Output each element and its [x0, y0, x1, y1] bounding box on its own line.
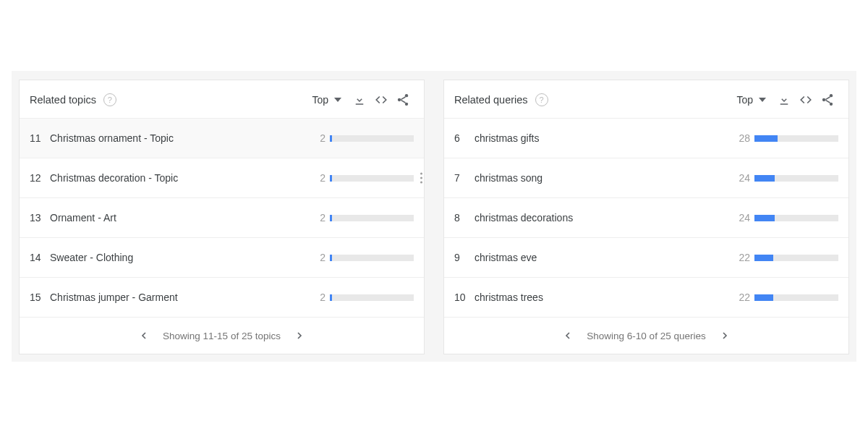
rank: 8 [454, 212, 475, 224]
next-page-button[interactable] [294, 330, 305, 341]
help-icon[interactable]: ? [535, 93, 548, 106]
card-title: Related queries [454, 94, 528, 106]
download-button[interactable] [773, 89, 795, 111]
list-item[interactable]: 15Christmas jumper - Garment2 [20, 278, 424, 318]
item-value: 24 [734, 212, 754, 224]
item-value: 2 [310, 172, 330, 184]
svg-point-2 [405, 103, 408, 106]
rank: 11 [30, 132, 50, 144]
list-item[interactable]: 7christmas song24 [444, 158, 848, 198]
sort-label: Top [736, 94, 753, 106]
related-queries-card: Related queries?Top6christmas gifts287ch… [443, 80, 849, 354]
rank: 9 [454, 252, 475, 263]
item-label: christmas gifts [475, 132, 734, 144]
item-value: 28 [734, 132, 754, 144]
card-header: Related queries?Top [444, 80, 848, 119]
rank: 14 [30, 252, 50, 263]
value-bar [330, 294, 414, 301]
share-button[interactable] [817, 89, 838, 111]
rank: 13 [30, 212, 50, 224]
item-value: 22 [734, 292, 754, 303]
value-bar [754, 215, 838, 221]
list-item[interactable]: 10christmas trees22 [444, 278, 848, 318]
rank: 7 [454, 172, 475, 184]
svg-point-1 [398, 98, 401, 101]
chevron-down-icon [759, 98, 766, 102]
item-label: Ornament - Art [50, 212, 310, 224]
rank: 12 [30, 172, 50, 184]
item-value: 22 [734, 252, 754, 263]
item-label: Sweater - Clothing [50, 252, 310, 263]
value-bar [330, 175, 414, 182]
related-topics-card: Related topics?Top11Christmas ornament -… [19, 80, 425, 354]
card-header: Related topics?Top [20, 80, 424, 119]
list-item[interactable]: 8christmas decorations24 [444, 198, 848, 238]
prev-page-button[interactable] [562, 330, 574, 341]
pager: Showing 6-10 of 25 queries [444, 318, 848, 354]
rank: 15 [30, 292, 50, 303]
card-title: Related topics [30, 94, 96, 106]
list-item[interactable]: 6christmas gifts28 [444, 119, 848, 158]
svg-point-3 [830, 94, 833, 97]
share-button[interactable] [392, 89, 414, 111]
item-label: christmas decorations [475, 212, 734, 224]
item-label: Christmas ornament - Topic [50, 132, 310, 144]
sort-dropdown[interactable]: Top [312, 94, 341, 106]
list-item[interactable]: 12Christmas decoration - Topic2 [20, 158, 424, 198]
item-label: christmas trees [475, 292, 734, 303]
svg-point-0 [405, 94, 408, 97]
value-bar [330, 215, 414, 221]
item-value: 2 [310, 132, 330, 144]
item-label: christmas song [475, 172, 734, 184]
rank: 10 [454, 292, 475, 303]
item-value: 24 [734, 172, 754, 184]
item-label: christmas eve [475, 252, 734, 263]
value-bar [330, 255, 414, 261]
list-item[interactable]: 14Sweater - Clothing2 [20, 238, 424, 278]
help-icon[interactable]: ? [103, 93, 116, 106]
sort-label: Top [312, 94, 328, 106]
value-bar [754, 294, 838, 301]
value-bar [754, 175, 838, 182]
item-label: Christmas jumper - Garment [50, 292, 310, 303]
item-value: 2 [310, 212, 330, 224]
pager: Showing 11-15 of 25 topics [20, 318, 424, 354]
pager-text: Showing 6-10 of 25 queries [587, 331, 705, 341]
list-item[interactable]: 9christmas eve22 [444, 238, 848, 278]
item-label: Christmas decoration - Topic [50, 172, 310, 184]
more-icon[interactable] [420, 173, 422, 184]
prev-page-button[interactable] [138, 330, 150, 341]
download-button[interactable] [349, 89, 370, 111]
next-page-button[interactable] [719, 330, 731, 341]
value-bar [754, 135, 838, 142]
sort-dropdown[interactable]: Top [736, 94, 766, 106]
svg-point-4 [822, 98, 825, 101]
pager-text: Showing 11-15 of 25 topics [163, 331, 281, 341]
svg-point-5 [830, 103, 833, 106]
embed-button[interactable] [795, 89, 817, 111]
list-item[interactable]: 11Christmas ornament - Topic2 [20, 119, 424, 158]
list-item[interactable]: 13Ornament - Art2 [20, 198, 424, 238]
rank: 6 [454, 132, 475, 144]
embed-button[interactable] [370, 89, 392, 111]
value-bar [754, 255, 838, 261]
item-value: 2 [310, 252, 330, 263]
chevron-down-icon [334, 98, 341, 102]
value-bar [330, 135, 414, 142]
item-value: 2 [310, 292, 330, 303]
